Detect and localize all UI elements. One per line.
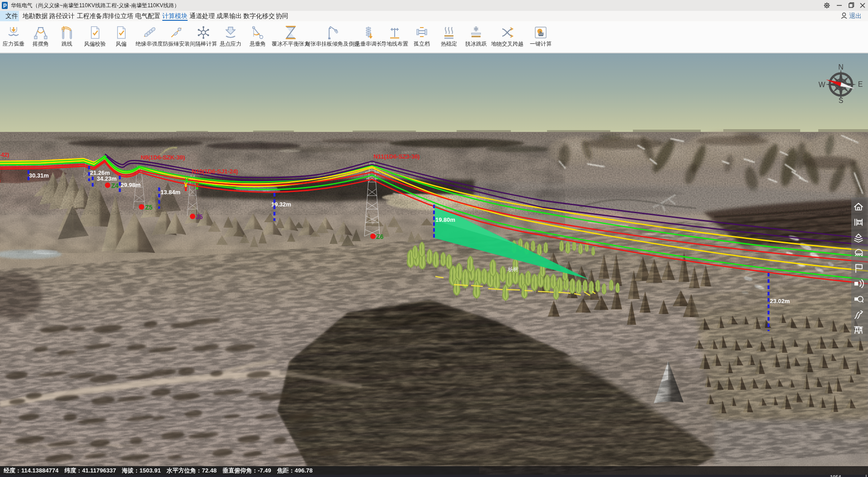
- svg-text:导地线布置: 导地线布置: [381, 41, 408, 47]
- svg-text:孤立档: 孤立档: [413, 41, 430, 47]
- svg-text:P: P: [3, 3, 7, 9]
- svg-text:19.80m: 19.80m: [435, 216, 455, 223]
- svg-text:N11(1D6-SZ3-36): N11(1D6-SZ3-36): [373, 153, 420, 160]
- svg-text:地勘数据: 地勘数据: [22, 12, 48, 19]
- svg-text:工程准备库: 工程准备库: [77, 12, 108, 19]
- svg-text:数字化移交: 数字化移交: [243, 12, 275, 19]
- svg-text:通道处理: 通道处理: [189, 12, 215, 19]
- svg-text:防振锤安装: 防振锤安装: [163, 41, 190, 47]
- svg-text:悬垂串调长: 悬垂串调长: [355, 41, 382, 47]
- svg-text:风偏校验: 风偏校验: [84, 41, 106, 47]
- svg-text:): ): [0, 177, 0, 184]
- svg-text:排位立塔: 排位立塔: [108, 12, 133, 19]
- svg-text:间隔棒计算: 间隔棒计算: [190, 41, 217, 47]
- svg-text:S: S: [839, 97, 844, 104]
- svg-text:悬点应力: 悬点应力: [220, 41, 241, 47]
- svg-text:跳线: 跳线: [61, 41, 72, 47]
- svg-text:W: W: [818, 81, 826, 89]
- svg-text:热稳定: 热稳定: [441, 41, 457, 47]
- svg-text:30.31m: 30.31m: [29, 172, 49, 179]
- svg-text:地物交叉跨越: 地物交叉跨越: [491, 41, 524, 47]
- svg-text:1054: 1054: [830, 474, 841, 477]
- svg-text:J5: J5: [196, 213, 203, 220]
- svg-text:路径设计: 路径设计: [49, 12, 75, 19]
- svg-text:杨树: 杨树: [508, 266, 519, 272]
- svg-text:一键计算: 一键计算: [530, 41, 552, 47]
- svg-text:协同: 协同: [276, 12, 288, 19]
- svg-text:文件: 文件: [5, 12, 18, 19]
- svg-text:34.23m: 34.23m: [97, 175, 117, 182]
- svg-text:华瓴电气（尚义义缘~南壕堑110KV线路工程-义缘-南壕堑1: 华瓴电气（尚义义缘~南壕堑110KV线路工程-义缘-南壕堑110KV线路）: [11, 2, 179, 9]
- svg-text:(-42): (-42): [0, 151, 9, 158]
- svg-text:覆冰不平衡张力: 覆冰不平衡张力: [272, 41, 310, 47]
- svg-text:Z5: Z5: [145, 204, 153, 211]
- svg-text:经度：114.13884774 纬度：41.11796337: 经度：114.13884774 纬度：41.11796337 海拔：1503.9…: [3, 467, 313, 474]
- svg-text:N: N: [838, 63, 844, 71]
- svg-text:绝缘串强度: 绝缘串强度: [135, 41, 163, 47]
- svg-text:电气配置: 电气配置: [135, 12, 160, 19]
- svg-text:计算模块: 计算模块: [162, 12, 188, 19]
- svg-text:摇摆角: 摇摆角: [32, 41, 49, 47]
- svg-text:Z6: Z6: [376, 233, 384, 240]
- svg-text:悬垂角: 悬垂角: [250, 41, 266, 47]
- svg-text:N10(1D6-SJ1-24): N10(1D6-SJ1-24): [192, 168, 238, 175]
- svg-text:退出: 退出: [849, 12, 862, 19]
- svg-text:应力弧垂: 应力弧垂: [3, 41, 24, 47]
- svg-text:Z4: Z4: [111, 182, 119, 189]
- svg-text:成果输出: 成果输出: [217, 12, 242, 19]
- svg-text:脱冰跳跃: 脱冰跳跃: [465, 41, 487, 47]
- svg-text:E: E: [858, 80, 863, 88]
- svg-text:13.84m: 13.84m: [160, 189, 180, 196]
- svg-text:耐张串挂板倾角及倒挂: 耐张串挂板倾角及倒挂: [305, 41, 359, 47]
- svg-text:29.98m: 29.98m: [121, 182, 141, 188]
- svg-text:N9(1D6-SZK-39): N9(1D6-SZK-39): [141, 154, 185, 161]
- svg-text:风偏: 风偏: [116, 41, 127, 47]
- svg-text:23.02m: 23.02m: [770, 298, 790, 304]
